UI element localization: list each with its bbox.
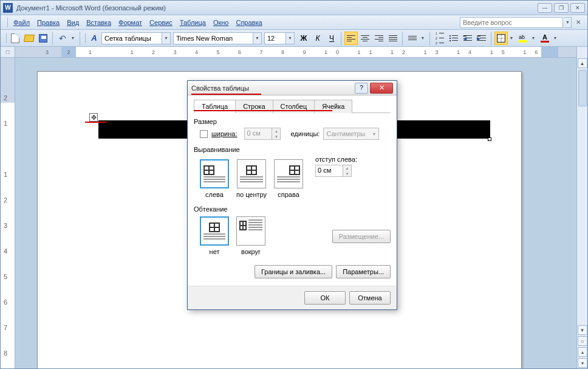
units-select[interactable]: Сантиметры▼ bbox=[323, 128, 379, 140]
decrease-indent-button[interactable]: ◀ bbox=[461, 32, 474, 45]
annotation-underline bbox=[191, 94, 261, 95]
parameters-button[interactable]: Параметры... bbox=[336, 265, 391, 278]
align-left-button[interactable] bbox=[344, 32, 358, 45]
cancel-button[interactable]: Отмена bbox=[349, 291, 391, 305]
new-doc-button[interactable] bbox=[9, 32, 22, 45]
menu-file[interactable]: Файл bbox=[10, 18, 33, 27]
alignment-group-label: Выравнивание bbox=[194, 146, 391, 153]
scroll-up-button[interactable]: ▲ bbox=[578, 58, 587, 68]
width-spinner[interactable]: ▲▼ bbox=[272, 128, 281, 140]
width-input[interactable]: 0 см bbox=[244, 128, 272, 140]
borders-dropdown[interactable]: ▼ bbox=[508, 36, 514, 40]
align-center-label: по центру bbox=[236, 191, 267, 198]
wrap-group-label: Обтекание bbox=[194, 205, 391, 213]
scroll-thumb[interactable] bbox=[578, 70, 587, 106]
titlebar: W Документ1 - Microsoft Word (безопасный… bbox=[1, 1, 587, 15]
width-label: ширина: bbox=[211, 130, 237, 137]
wrap-none-option[interactable] bbox=[200, 216, 229, 246]
ok-button[interactable]: ОК bbox=[304, 291, 346, 305]
open-button[interactable] bbox=[22, 32, 36, 45]
font-combo[interactable]: Times New Roman bbox=[173, 32, 253, 44]
menu-window[interactable]: Окно bbox=[210, 18, 233, 27]
next-page-button[interactable]: ▾ bbox=[578, 358, 587, 368]
scroll-down-button[interactable]: ▼ bbox=[578, 325, 587, 335]
align-right-option[interactable] bbox=[274, 159, 303, 188]
indent-input[interactable]: 0 см bbox=[315, 165, 343, 177]
vertical-scrollbar[interactable]: ▲ ▼ ○ ▴ ▾ bbox=[576, 58, 587, 368]
highlight-dropdown[interactable]: ▼ bbox=[530, 36, 536, 40]
indent-label: отступ слева: bbox=[315, 156, 357, 163]
font-size-dropdown[interactable]: ▼ bbox=[286, 32, 295, 44]
underline-button[interactable]: Ч bbox=[325, 32, 338, 45]
table-properties-dialog: Свойства таблицы ? ✕ Таблица Строка Стол… bbox=[187, 80, 397, 310]
align-center-option[interactable] bbox=[237, 159, 266, 188]
style-combo[interactable]: Сетка таблицы bbox=[101, 32, 162, 44]
table-move-handle[interactable]: ✥ bbox=[89, 113, 98, 122]
toolbar: ↶ ▼ A Сетка таблицы ▼ Times New Roman ▼ … bbox=[1, 30, 587, 47]
font-dropdown[interactable]: ▼ bbox=[253, 32, 262, 44]
maximize-button[interactable]: ❐ bbox=[554, 3, 569, 13]
save-button[interactable] bbox=[36, 32, 50, 45]
borders-button[interactable] bbox=[494, 32, 508, 45]
menu-insert[interactable]: Вставка bbox=[83, 18, 115, 27]
annotation-underline bbox=[85, 122, 107, 123]
font-color-button[interactable] bbox=[538, 32, 552, 45]
menubar-close-button[interactable]: ✕ bbox=[574, 18, 583, 27]
dialog-close-button[interactable]: ✕ bbox=[370, 83, 393, 94]
size-group-label: Размер bbox=[194, 118, 391, 125]
annotation-underline bbox=[194, 110, 332, 111]
vertical-ruler[interactable]: 21 123456789 bbox=[1, 58, 15, 368]
line-spacing-dropdown[interactable]: ▼ bbox=[420, 36, 426, 40]
dialog-help-button[interactable]: ? bbox=[355, 83, 368, 94]
browse-object-button[interactable]: ○ bbox=[578, 336, 587, 346]
table-resize-handle[interactable] bbox=[488, 137, 491, 141]
minimize-button[interactable]: — bbox=[538, 3, 552, 13]
style-dropdown[interactable]: ▼ bbox=[162, 32, 171, 44]
ruler-corner[interactable]: □ bbox=[1, 47, 15, 58]
bullet-list-button[interactable] bbox=[447, 32, 460, 45]
font-format-button[interactable]: A bbox=[87, 32, 101, 45]
bold-button[interactable]: Ж bbox=[297, 32, 310, 45]
ask-question-input[interactable] bbox=[460, 17, 563, 28]
wrap-around-option[interactable] bbox=[236, 216, 265, 246]
menu-format[interactable]: Формат bbox=[115, 18, 146, 27]
undo-dropdown[interactable]: ▼ bbox=[70, 36, 76, 40]
menu-edit[interactable]: Правка bbox=[33, 18, 63, 27]
menu-table[interactable]: Таблица bbox=[176, 18, 210, 27]
line-spacing-button[interactable] bbox=[406, 32, 419, 45]
indent-spinner[interactable]: ▲▼ bbox=[343, 165, 352, 177]
close-button[interactable]: ✕ bbox=[570, 3, 585, 13]
undo-button[interactable]: ↶ bbox=[56, 32, 69, 45]
align-justify-button[interactable] bbox=[386, 32, 400, 45]
ask-dropdown[interactable]: ▼ bbox=[564, 17, 572, 28]
wrap-none-label: нет bbox=[210, 248, 220, 255]
placement-button[interactable]: Размещение... bbox=[332, 230, 391, 243]
font-size-combo[interactable]: 12 bbox=[264, 32, 286, 44]
wrap-around-label: вокруг bbox=[241, 248, 261, 255]
align-right-label: справа bbox=[278, 191, 299, 198]
numbered-list-button[interactable]: 123 bbox=[433, 32, 446, 45]
width-checkbox[interactable] bbox=[200, 130, 208, 138]
align-center-button[interactable] bbox=[358, 32, 372, 45]
font-color-dropdown[interactable]: ▼ bbox=[552, 36, 558, 40]
prev-page-button[interactable]: ▴ bbox=[578, 347, 587, 357]
highlight-button[interactable] bbox=[516, 32, 530, 45]
menu-help[interactable]: Справка bbox=[232, 18, 265, 27]
align-right-button[interactable] bbox=[372, 32, 386, 45]
units-label: единицы: bbox=[290, 130, 320, 137]
menubar: Файл Правка Вид Вставка Формат Сервис Та… bbox=[1, 15, 587, 30]
menu-service[interactable]: Сервис bbox=[146, 18, 176, 27]
main-window: W Документ1 - Microsoft Word (безопасный… bbox=[0, 0, 588, 369]
borders-shading-button[interactable]: Границы и заливка... bbox=[255, 265, 332, 278]
dialog-title: Свойства таблицы bbox=[191, 84, 355, 92]
align-left-option[interactable] bbox=[200, 159, 229, 188]
word-app-icon: W bbox=[3, 3, 13, 13]
italic-button[interactable]: К bbox=[311, 32, 324, 45]
window-title: Документ1 - Microsoft Word (безопасный р… bbox=[16, 4, 538, 12]
ruler-row: □ 3 2 1 1 2 3 4 5 6 7 8 9 10 11 12 13 14… bbox=[1, 47, 587, 58]
increase-indent-button[interactable]: ▶ bbox=[475, 32, 488, 45]
align-left-label: слева bbox=[205, 191, 224, 198]
horizontal-ruler[interactable]: 3 2 1 1 2 3 4 5 6 7 8 9 10 11 12 13 14 1… bbox=[15, 47, 576, 58]
menu-view[interactable]: Вид bbox=[63, 18, 83, 27]
